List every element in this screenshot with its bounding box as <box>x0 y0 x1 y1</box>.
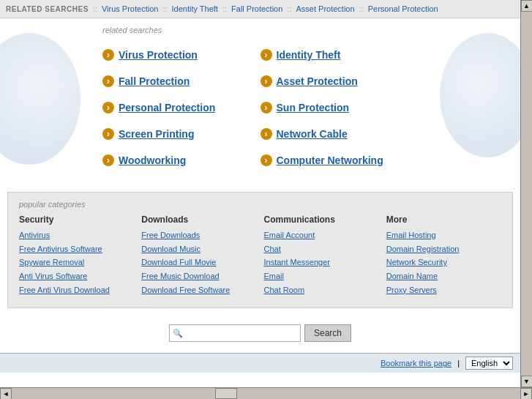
cat-link-download-free-software[interactable]: Download Free Software <box>141 283 256 297</box>
category-header-communications: Communications <box>264 215 379 225</box>
arrow-icon <box>102 154 114 166</box>
main-content: related searches Virus Protection Identi… <box>0 18 520 181</box>
search-bar: 🔍 Search <box>0 316 520 353</box>
category-header-downloads: Downloads <box>141 215 256 225</box>
arrow-icon <box>102 102 114 113</box>
right-scrollbar: ▲ ▼ <box>520 0 532 387</box>
related-links-grid: Virus Protection Identity Theft Fall Pro… <box>102 42 418 174</box>
cat-link-download-movie[interactable]: Download Full Movie <box>141 256 256 269</box>
popular-categories-title: popular categories <box>19 200 501 209</box>
list-item: Network Cable <box>261 121 419 147</box>
arrow-icon <box>102 75 114 87</box>
category-col-more: More Email Hosting Domain Registration N… <box>386 215 501 297</box>
cat-link-download-music[interactable]: Download Music <box>141 242 256 256</box>
cat-link-email-account[interactable]: Email Account <box>264 228 379 242</box>
scroll-up-button[interactable]: ▲ <box>521 0 533 12</box>
related-searches-label: RELATED SEARCHES <box>6 5 89 13</box>
related-link-personal-protection[interactable]: Personal Protection <box>119 102 215 113</box>
cat-link-domain-name[interactable]: Domain Name <box>386 269 501 283</box>
arrow-icon <box>261 154 272 166</box>
cat-link-free-anti-virus-download[interactable]: Free Anti Virus Download <box>19 283 134 297</box>
related-link-fall-protection[interactable]: Fall Protection <box>119 75 190 87</box>
top-nav-link-0[interactable]: Virus Protection <box>102 4 158 13</box>
category-header-security: Security <box>19 215 134 225</box>
cat-link-anti-virus[interactable]: Anti Virus Software <box>19 269 134 283</box>
cat-link-chat[interactable]: Chat <box>264 242 379 256</box>
bookmark-link[interactable]: Bookmark this page <box>381 359 452 368</box>
category-col-security: Security Antivirus Free Antivirus Softwa… <box>19 215 134 297</box>
language-select[interactable]: English <box>465 357 513 370</box>
list-item: Woodworking <box>102 147 261 174</box>
cat-link-proxy-servers[interactable]: Proxy Servers <box>386 283 501 297</box>
top-nav-link-2[interactable]: Fall Protection <box>231 4 282 13</box>
scroll-thumb-horizontal <box>215 388 237 399</box>
list-item: Identity Theft <box>261 42 419 68</box>
related-searches-title: related searches <box>102 26 520 34</box>
scroll-track-vertical <box>521 12 532 376</box>
categories-grid: Security Antivirus Free Antivirus Softwa… <box>19 215 501 297</box>
arrow-icon <box>261 102 272 113</box>
scroll-track-horizontal <box>12 388 520 399</box>
related-link-virus-protection[interactable]: Virus Protection <box>119 49 198 61</box>
cat-link-email[interactable]: Email <box>264 269 379 283</box>
list-item: Screen Printing <box>102 121 261 147</box>
list-item: Computer Networking <box>261 147 419 174</box>
arrow-icon <box>102 49 114 61</box>
scroll-left-button[interactable]: ◄ <box>0 388 12 400</box>
arrow-icon <box>261 49 272 61</box>
related-link-asset-protection[interactable]: Asset Protection <box>277 75 358 87</box>
arrow-icon <box>261 75 272 87</box>
scroll-down-button[interactable]: ▼ <box>521 376 533 387</box>
search-icon: 🔍 <box>173 329 183 338</box>
category-col-downloads: Downloads Free Downloads Download Music … <box>141 215 256 297</box>
popular-categories-section: popular categories Security Antivirus Fr… <box>7 192 513 308</box>
top-nav-link-1[interactable]: Identity Theft <box>172 4 218 13</box>
cat-link-email-hosting[interactable]: Email Hosting <box>386 228 501 242</box>
category-col-communications: Communications Email Account Chat Instan… <box>264 215 379 297</box>
top-nav-link-3[interactable]: Asset Protection <box>296 4 354 13</box>
search-input[interactable] <box>169 324 301 342</box>
list-item: Asset Protection <box>261 68 419 94</box>
bottom-scrollbar: ◄ ► <box>0 387 532 399</box>
top-nav-bar: RELATED SEARCHES :: Virus Protection :: … <box>0 0 520 18</box>
cat-link-free-antivirus[interactable]: Free Antivirus Software <box>19 242 134 256</box>
cat-link-free-music-download[interactable]: Free Music Download <box>141 269 256 283</box>
related-link-computer-networking[interactable]: Computer Networking <box>277 154 383 166</box>
cat-link-chat-room[interactable]: Chat Room <box>264 283 379 297</box>
scroll-right-button[interactable]: ► <box>520 388 532 400</box>
cat-link-free-downloads[interactable]: Free Downloads <box>141 228 256 242</box>
related-link-woodworking[interactable]: Woodworking <box>119 154 186 166</box>
related-link-identity-theft[interactable]: Identity Theft <box>277 49 341 61</box>
deco-circle-right <box>440 33 520 157</box>
bottom-bar: Bookmark this page | English <box>0 353 520 373</box>
category-header-more: More <box>386 215 501 225</box>
list-item: Virus Protection <box>102 42 261 68</box>
cat-link-spyware[interactable]: Spyware Removal <box>19 256 134 269</box>
sep1: :: <box>93 4 97 13</box>
arrow-icon <box>102 128 114 140</box>
search-button[interactable]: Search <box>304 324 351 342</box>
list-item: Personal Protection <box>102 94 261 121</box>
arrow-icon <box>261 128 272 140</box>
list-item: Fall Protection <box>102 68 261 94</box>
cat-link-domain-registration[interactable]: Domain Registration <box>386 242 501 256</box>
search-input-wrap: 🔍 <box>169 324 301 342</box>
cat-link-network-security[interactable]: Network Security <box>386 256 501 269</box>
related-link-screen-printing[interactable]: Screen Printing <box>119 128 194 140</box>
cat-link-antivirus[interactable]: Antivirus <box>19 228 134 242</box>
related-link-network-cable[interactable]: Network Cable <box>277 128 348 140</box>
deco-circle-left <box>0 33 80 165</box>
top-nav-link-4[interactable]: Personal Protection <box>368 4 438 13</box>
related-link-sun-protection[interactable]: Sun Protection <box>277 102 350 113</box>
cat-link-instant-messenger[interactable]: Instant Messenger <box>264 256 379 269</box>
list-item: Sun Protection <box>261 94 419 121</box>
